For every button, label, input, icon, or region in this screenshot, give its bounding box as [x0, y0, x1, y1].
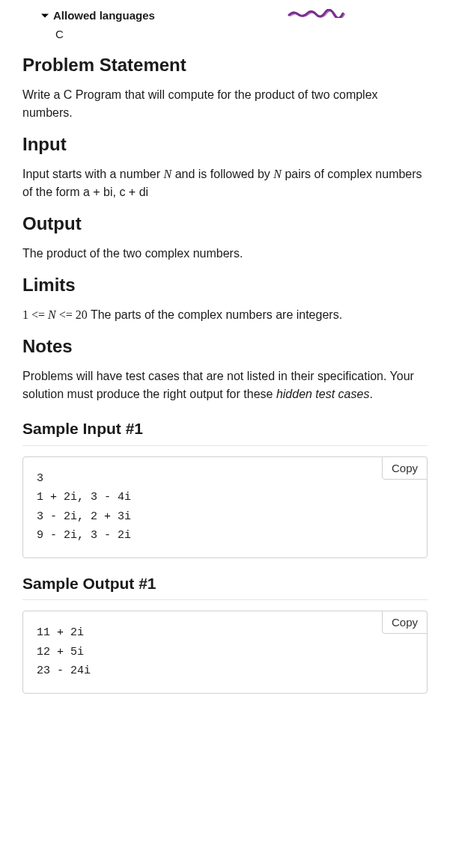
chevron-down-icon: [40, 11, 49, 20]
sample-input-code: 3 1 + 2i, 3 - 4i 3 - 2i, 2 + 3i 9 - 2i, …: [23, 457, 427, 557]
output-heading: Output: [22, 210, 428, 237]
sample-output-code: 11 + 2i 12 + 5i 23 - 24i: [23, 611, 427, 693]
allowed-languages-block: Allowed languages C: [40, 7, 428, 43]
sample-output-block: Copy 11 + 2i 12 + 5i 23 - 24i: [22, 611, 428, 694]
notes-heading: Notes: [22, 333, 428, 360]
sample-output-heading: Sample Output #1: [22, 572, 428, 601]
allowed-languages-label: Allowed languages: [53, 7, 155, 25]
marker-squiggle: [288, 9, 347, 18]
output-text: The product of the two complex numbers.: [22, 245, 428, 263]
allowed-languages-toggle[interactable]: Allowed languages: [40, 7, 428, 25]
problem-statement-heading: Problem Statement: [22, 52, 428, 79]
copy-button[interactable]: Copy: [382, 456, 428, 480]
sample-input-heading: Sample Input #1: [22, 417, 428, 446]
limits-heading: Limits: [22, 272, 428, 299]
input-text: Input starts with a number N and is foll…: [22, 165, 428, 201]
limits-text: 1 <= N <= 20 The parts of the complex nu…: [22, 306, 428, 324]
math-N: N: [273, 168, 282, 180]
limits-math: 1 <= N <= 20: [22, 308, 88, 321]
allowed-language-value: C: [55, 26, 428, 43]
copy-button[interactable]: Copy: [382, 611, 428, 634]
notes-text: Problems will have test cases that are n…: [22, 367, 428, 403]
sample-input-block: Copy 3 1 + 2i, 3 - 4i 3 - 2i, 2 + 3i 9 -…: [22, 456, 428, 558]
problem-statement-text: Write a C Program that will compute for …: [22, 86, 428, 122]
notes-italic: hidden test cases: [276, 388, 370, 400]
math-N: N: [164, 168, 172, 180]
input-heading: Input: [22, 131, 428, 158]
